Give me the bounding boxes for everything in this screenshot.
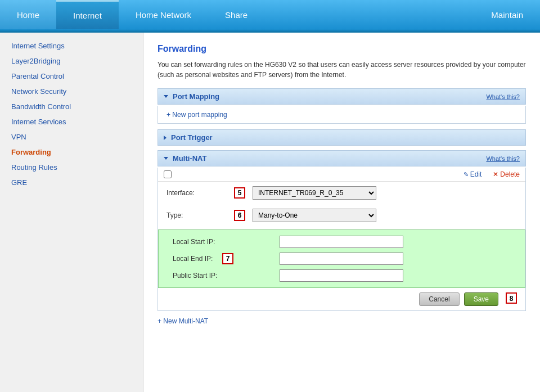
- port-mapping-header[interactable]: Port Mapping What's this?: [158, 88, 526, 105]
- local-end-ip-control: [280, 253, 516, 265]
- sidebar-item-parental-control[interactable]: Parental Control: [0, 69, 143, 84]
- page-description: You can set forwarding rules on the HG63…: [158, 60, 526, 80]
- local-end-ip-row: Local End IP: 7: [167, 253, 516, 265]
- content-area: Forwarding You can set forwarding rules …: [143, 33, 540, 392]
- nav-share[interactable]: Share: [208, 0, 264, 29]
- type-select[interactable]: Many-to-One: [253, 209, 376, 222]
- green-form-section: Local Start IP: Local End IP: 7: [158, 229, 525, 288]
- multi-nat-body: ✎ Edit ✕ Delete Interface: 5 INTERNET_TR…: [158, 168, 526, 311]
- multi-nat-checkbox[interactable]: [164, 170, 172, 178]
- port-mapping-title[interactable]: Port Mapping: [164, 92, 219, 101]
- save-button[interactable]: Save: [464, 292, 498, 306]
- public-start-ip-row: Public Start IP:: [167, 269, 516, 282]
- port-mapping-body: + New port mapping: [158, 106, 526, 124]
- interface-label: Interface:: [166, 189, 234, 197]
- type-row: Type: 6 Many-to-One: [158, 204, 525, 227]
- multi-nat-arrow: [164, 157, 168, 160]
- local-start-ip-input[interactable]: [280, 236, 403, 248]
- sidebar-item-bandwidth-control[interactable]: Bandwidth Control: [0, 99, 143, 114]
- local-end-ip-input[interactable]: [280, 253, 403, 265]
- sidebar-item-layer2-bridging[interactable]: Layer2Bridging: [0, 53, 143, 69]
- type-label: Type:: [166, 211, 234, 219]
- edit-icon: ✎: [464, 171, 469, 178]
- local-start-ip-row: Local Start IP:: [167, 236, 516, 248]
- multi-nat-table-controls: ✎ Edit ✕ Delete: [158, 168, 525, 182]
- multi-nat-title[interactable]: Multi-NAT: [164, 154, 206, 163]
- nav-internet[interactable]: Internet: [56, 0, 119, 29]
- new-port-mapping-link[interactable]: + New port mapping: [166, 111, 227, 119]
- sidebar-item-network-security[interactable]: Network Security: [0, 84, 143, 99]
- edit-button[interactable]: ✎ Edit: [464, 170, 482, 178]
- interface-select[interactable]: INTERNET_TR069_R_0_35: [253, 186, 376, 200]
- port-trigger-header[interactable]: Port Trigger: [158, 129, 526, 146]
- main-layout: Internet Settings Layer2Bridging Parenta…: [0, 33, 540, 392]
- type-select-wrap: 6 Many-to-One: [234, 209, 376, 222]
- form-buttons: Cancel Save 8: [158, 288, 525, 310]
- port-trigger-title[interactable]: Port Trigger: [164, 133, 213, 142]
- step8-badge: 8: [506, 292, 517, 304]
- delete-icon: ✕: [493, 170, 498, 178]
- nav-maintain[interactable]: Maintain: [474, 0, 540, 29]
- interface-select-wrap: 5 INTERNET_TR069_R_0_35: [234, 186, 376, 200]
- local-start-ip-control: [280, 236, 516, 248]
- sidebar-item-internet-settings[interactable]: Internet Settings: [0, 38, 143, 53]
- cancel-button[interactable]: Cancel: [419, 292, 459, 306]
- port-mapping-whats-this[interactable]: What's this?: [486, 93, 520, 100]
- public-start-ip-control: [280, 269, 516, 282]
- sidebar-item-gre[interactable]: GRE: [0, 175, 143, 190]
- multi-nat-section: Multi-NAT What's this? ✎ Edit ✕ Delete: [158, 150, 526, 325]
- sidebar-item-vpn[interactable]: VPN: [0, 129, 143, 145]
- local-end-ip-label: Local End IP: 7: [167, 253, 280, 264]
- port-mapping-arrow: [164, 95, 168, 98]
- top-nav: Home Internet Home Network Share Maintai…: [0, 0, 540, 29]
- multi-nat-whats-this[interactable]: What's this?: [486, 155, 520, 162]
- step6-badge: 6: [234, 210, 245, 221]
- public-start-ip-input[interactable]: [280, 269, 403, 282]
- sidebar-item-forwarding[interactable]: Forwarding: [0, 145, 143, 160]
- step5-badge: 5: [234, 187, 245, 199]
- sidebar: Internet Settings Layer2Bridging Parenta…: [0, 33, 143, 392]
- nav-home-network[interactable]: Home Network: [119, 0, 208, 29]
- page-title: Forwarding: [158, 44, 526, 54]
- step7-badge: 7: [222, 253, 233, 264]
- delete-button[interactable]: ✕ Delete: [493, 170, 520, 178]
- multi-nat-header[interactable]: Multi-NAT What's this?: [158, 150, 526, 166]
- interface-row: Interface: 5 INTERNET_TR069_R_0_35: [158, 182, 525, 204]
- sidebar-item-internet-services[interactable]: Internet Services: [0, 114, 143, 129]
- sidebar-item-routing-rules[interactable]: Routing Rules: [0, 160, 143, 175]
- new-multi-nat-link[interactable]: + New Multi-NAT: [158, 317, 208, 325]
- public-start-ip-label: Public Start IP:: [167, 272, 280, 280]
- port-trigger-arrow: [164, 136, 166, 140]
- local-start-ip-label: Local Start IP:: [167, 238, 280, 246]
- nav-home[interactable]: Home: [0, 0, 56, 29]
